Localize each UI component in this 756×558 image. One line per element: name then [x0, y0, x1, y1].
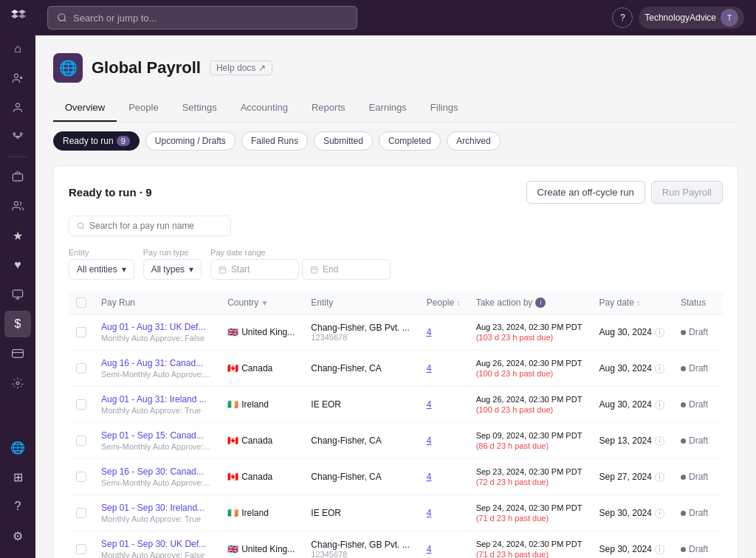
settings-bottom-icon[interactable]: ⚙ — [4, 523, 31, 549]
filter-tab-completed[interactable]: Completed — [379, 131, 441, 151]
search-box[interactable]: Search or jump to... — [47, 6, 357, 30]
svg-rect-8 — [13, 350, 24, 358]
people-cell-5: 4 — [419, 495, 469, 531]
action-info-icon[interactable]: i — [535, 297, 546, 308]
row-checkbox-4[interactable] — [76, 472, 86, 482]
question-bottom-icon[interactable]: ? — [4, 493, 31, 520]
flag-icon-0: 🇬🇧 — [227, 327, 238, 337]
people-sort-icon[interactable]: ↕ — [456, 299, 460, 307]
type-filter-label: Pay run type — [143, 248, 202, 257]
pay-run-link-5[interactable]: Sep 01 - Sep 30: Ireland... — [101, 503, 213, 513]
user-name: TechnologyAdvice — [645, 13, 716, 23]
filter-tab-submitted[interactable]: Submitted — [314, 131, 373, 151]
person-icon[interactable] — [4, 94, 31, 121]
row-checkbox-3[interactable] — [76, 435, 86, 446]
people-count-4[interactable]: 4 — [427, 472, 432, 482]
tab-accounting[interactable]: Accounting — [229, 94, 300, 122]
pay-date-info-5[interactable]: i — [655, 509, 664, 518]
status-cell-5: Draft — [673, 495, 723, 531]
pay-run-link-6[interactable]: Sep 01 - Sep 30: UK Def... — [101, 539, 213, 549]
tab-people[interactable]: People — [117, 94, 170, 122]
filter-tab-archived[interactable]: Archived — [447, 131, 501, 151]
tab-settings[interactable]: Settings — [171, 94, 229, 122]
table-row: Sep 01 - Sep 30: Ireland... Monthly Auto… — [69, 495, 723, 531]
row-checkbox-2[interactable] — [76, 399, 86, 410]
team-icon[interactable] — [4, 193, 31, 219]
org-chart-icon[interactable] — [4, 124, 31, 151]
dollar-icon[interactable]: $ — [4, 311, 31, 337]
row-checkbox-6[interactable] — [76, 544, 86, 554]
filter-tab-failed[interactable]: Failed Runs — [241, 131, 308, 151]
user-badge[interactable]: TechnologyAdvice T — [639, 7, 744, 29]
pay-run-link-4[interactable]: Sep 16 - Sep 30: Canad... — [101, 466, 213, 477]
topbar: Search or jump to... ? TechnologyAdvice … — [35, 0, 756, 35]
settings-small-icon[interactable] — [4, 370, 31, 396]
help-button[interactable]: ? — [612, 7, 633, 28]
pay-date-sort-icon[interactable]: ↕ — [636, 299, 640, 307]
people-count-5[interactable]: 4 — [427, 508, 432, 518]
globe-bottom-icon[interactable]: 🌐 — [4, 434, 31, 461]
filter-tab-upcoming[interactable]: Upcoming / Drafts — [145, 131, 236, 151]
action-date-3: Sep 09, 2024, 02:30 PM PDT — [476, 431, 585, 440]
people-count-0[interactable]: 4 — [427, 327, 432, 337]
country-sort-icon[interactable]: ▼ — [261, 299, 269, 307]
status-draft-6: Draft — [681, 544, 715, 554]
pay-date-info-4[interactable]: i — [655, 472, 664, 482]
help-docs-link[interactable]: Help docs ↗ — [210, 61, 272, 75]
pay-run-link-3[interactable]: Sep 01 - Sep 15: Canad... — [101, 430, 213, 441]
page-title: Global Payroll — [92, 58, 201, 78]
svg-point-11 — [78, 223, 83, 228]
pay-run-link-2[interactable]: Aug 01 - Aug 31: Ireland ... — [101, 394, 213, 404]
row-checkbox-5[interactable] — [76, 508, 86, 518]
type-filter-select[interactable]: All types ▾ — [143, 259, 202, 280]
pay-date-info-1[interactable]: i — [655, 364, 664, 373]
people-count-6[interactable]: 4 — [427, 544, 432, 554]
tab-earnings[interactable]: Earnings — [357, 94, 419, 122]
country-name-3: Canada — [241, 435, 272, 446]
heart-icon[interactable]: ♥ — [4, 252, 31, 278]
action-overdue-3: (86 d 23 h past due) — [476, 441, 585, 450]
entity-filter-label: Entity — [69, 248, 134, 257]
apps-bottom-icon[interactable]: ⊞ — [4, 464, 31, 490]
country-cell-5: 🇮🇪 Ireland — [220, 495, 303, 531]
filter-tab-ready[interactable]: Ready to run 9 — [53, 131, 140, 151]
create-off-cycle-button[interactable]: Create an off-cycle run — [526, 181, 645, 204]
pay-date-info-2[interactable]: i — [655, 400, 664, 410]
monitor-icon[interactable] — [4, 281, 31, 308]
people-count-3[interactable]: 4 — [427, 435, 432, 446]
flag-icon-1: 🇨🇦 — [227, 363, 238, 373]
search-input[interactable] — [89, 221, 223, 231]
country-cell-1: 🇨🇦 Canada — [220, 351, 303, 387]
tab-filings[interactable]: Filings — [419, 94, 470, 122]
pay-run-search[interactable] — [69, 216, 231, 236]
pay-date-info-3[interactable]: i — [655, 436, 664, 446]
run-payroll-button[interactable]: Run Payroll — [651, 181, 723, 204]
start-date-input[interactable]: Start — [210, 259, 299, 280]
pay-run-link-0[interactable]: Aug 01 - Aug 31: UK Def... — [101, 322, 213, 332]
select-all-checkbox[interactable] — [76, 297, 86, 308]
tab-overview[interactable]: Overview — [53, 94, 117, 122]
pay-run-link-1[interactable]: Aug 16 - Aug 31: Canad... — [101, 358, 213, 368]
briefcase-icon[interactable] — [4, 163, 31, 190]
card-icon[interactable] — [4, 340, 31, 367]
end-date-input[interactable]: End — [302, 259, 391, 280]
action-cell-3: Sep 09, 2024, 02:30 PM PDT (86 d 23 h pa… — [469, 423, 592, 459]
people-count-2[interactable]: 4 — [427, 399, 432, 410]
home-icon[interactable]: ⌂ — [4, 35, 31, 62]
pay-date-cell-2: Aug 30, 2024 i — [592, 387, 673, 423]
row-checkbox-0[interactable] — [76, 327, 86, 337]
person-add-icon[interactable] — [4, 65, 31, 92]
svg-rect-2 — [13, 133, 16, 135]
pay-date-info-0[interactable]: i — [655, 328, 664, 337]
flag-icon-5: 🇮🇪 — [227, 508, 238, 518]
tab-reports[interactable]: Reports — [300, 94, 357, 122]
svg-rect-4 — [20, 133, 22, 135]
page-icon: 🌐 — [53, 53, 83, 83]
country-name-2: Ireland — [241, 399, 269, 410]
pay-date-info-6[interactable]: i — [655, 545, 664, 554]
people-count-1[interactable]: 4 — [427, 363, 432, 373]
svg-rect-7 — [13, 290, 22, 297]
entity-filter-select[interactable]: All entities ▾ — [69, 259, 134, 280]
star-icon[interactable]: ★ — [4, 222, 31, 249]
row-checkbox-1[interactable] — [76, 363, 86, 373]
